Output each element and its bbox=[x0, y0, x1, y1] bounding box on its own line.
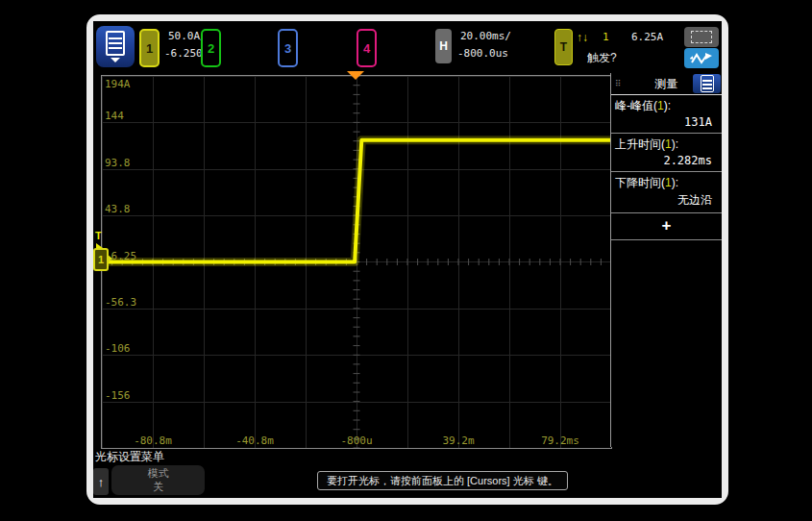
trigger-button[interactable]: T bbox=[554, 29, 573, 65]
channel-2-button[interactable]: 2 bbox=[201, 29, 221, 67]
softkey-menu-title: 光标设置菜单 bbox=[95, 449, 164, 465]
y-axis-label: 144 bbox=[105, 110, 124, 122]
oscilloscope-bezel: 1 50.0A/ -6.250A 2 3 4 H 20.00ms/ -800.0… bbox=[86, 14, 728, 505]
horizontal-button[interactable]: H bbox=[435, 29, 452, 63]
menu-back-button[interactable]: ↑ bbox=[93, 468, 109, 495]
status-message: 要打开光标，请按前面板上的 [Cursors] 光标 键。 bbox=[317, 471, 568, 490]
x-axis-label: -800u bbox=[340, 434, 372, 447]
measurement-label: 下降时间(1): bbox=[615, 175, 718, 191]
waveform-display-area[interactable]: 194A14493.843.8-6.25-56.3-106-156 -80.8m… bbox=[101, 75, 612, 449]
softkey-mode[interactable]: 模式 关 bbox=[111, 465, 205, 495]
measurement-menu-button[interactable] bbox=[693, 74, 721, 93]
waveform-plot bbox=[102, 76, 611, 448]
waveform-arrow-icon bbox=[690, 51, 713, 65]
trigger-source-readout[interactable]: 1 bbox=[603, 31, 609, 43]
zoom-select-button[interactable] bbox=[684, 27, 719, 47]
trigger-level-readout[interactable]: 6.25A bbox=[631, 31, 663, 43]
add-measurement-button[interactable]: + bbox=[611, 213, 722, 240]
measurement-row[interactable]: 下降时间(1): 无边沿 bbox=[611, 172, 722, 213]
drag-grip-icon[interactable]: ⠿ bbox=[611, 79, 626, 88]
trigger-time-marker[interactable] bbox=[347, 71, 364, 80]
y-axis-label: -56.3 bbox=[105, 296, 136, 309]
measurement-value: 2.282ms bbox=[615, 153, 718, 169]
trigger-level-marker[interactable]: T bbox=[95, 230, 102, 241]
y-axis-label: 194A bbox=[105, 78, 131, 90]
channel-4-button[interactable]: 4 bbox=[357, 29, 377, 67]
touch-gesture-button[interactable] bbox=[684, 48, 719, 68]
softkey-mode-value: 关 bbox=[111, 480, 205, 493]
timebase-readout[interactable]: 20.00ms/ bbox=[460, 30, 511, 42]
menu-icon bbox=[701, 75, 714, 92]
channel-1-ground-arrow-icon bbox=[107, 254, 112, 263]
y-axis-label: -106 bbox=[105, 342, 131, 355]
channel-3-button[interactable]: 3 bbox=[278, 29, 298, 67]
x-axis-label: 79.2ms bbox=[541, 434, 579, 447]
channel-1-button[interactable]: 1 bbox=[139, 29, 160, 67]
softkey-mode-label: 模式 bbox=[111, 466, 205, 480]
measurement-label: 上升时间(1): bbox=[615, 136, 718, 153]
x-axis-label: -80.8m bbox=[134, 434, 172, 447]
measurement-value: 131A bbox=[615, 114, 718, 131]
measurement-row[interactable]: 峰-峰值(1): 131A bbox=[611, 95, 722, 134]
horizontal-delay-readout[interactable]: -800.0us bbox=[457, 47, 508, 60]
measurement-panel-header[interactable]: ⠿ 测量 ⠿ bbox=[611, 73, 722, 95]
y-axis-label: -156 bbox=[105, 389, 131, 402]
oscilloscope-screen: 1 50.0A/ -6.250A 2 3 4 H 20.00ms/ -800.0… bbox=[93, 21, 722, 498]
measurement-label: 峰-峰值(1): bbox=[615, 98, 718, 114]
selection-rectangle-icon bbox=[691, 31, 712, 43]
measurement-value: 无边沿 bbox=[615, 191, 718, 211]
x-axis-label: -40.8m bbox=[235, 434, 274, 447]
measurement-panel: ⠿ 测量 ⠿ 峰-峰值(1): 131A 上升时间(1): 2.282ms 下降… bbox=[610, 73, 722, 447]
y-axis-label: 93.8 bbox=[105, 157, 131, 169]
trigger-slope-icon[interactable]: ↑↓ bbox=[577, 31, 588, 44]
chevron-down-icon bbox=[111, 58, 120, 62]
x-axis-label: 39.2m bbox=[442, 434, 474, 447]
menu-icon bbox=[106, 31, 125, 56]
y-axis-label: 43.8 bbox=[105, 203, 131, 215]
main-menu-button[interactable] bbox=[96, 26, 135, 67]
trigger-status: 触发? bbox=[587, 50, 617, 66]
measurement-row[interactable]: 上升时间(1): 2.282ms bbox=[611, 134, 722, 172]
